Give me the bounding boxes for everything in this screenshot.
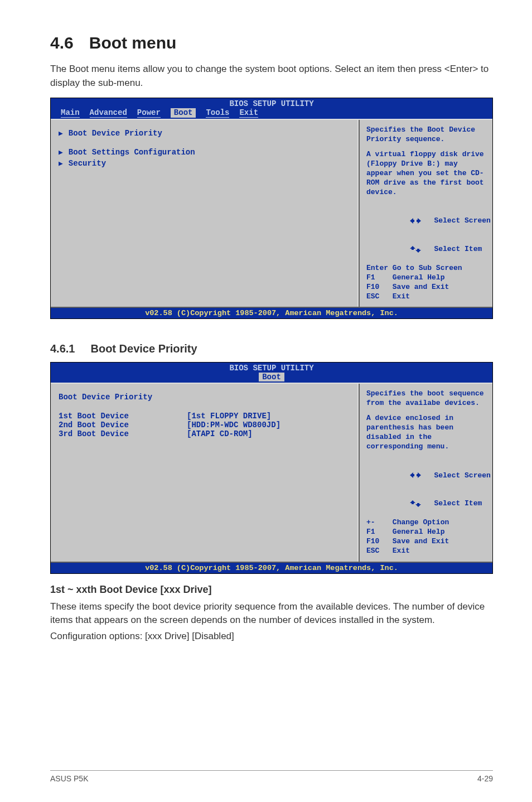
menu-item-label: Boot Settings Configuration [69,148,195,157]
key-select-item: Select Item [366,490,486,518]
key-select-item: Select Item [366,235,486,264]
bios-key-help: Select Screen Select Item Enter Go to Su… [366,207,486,302]
panel-heading: Boot Device Priority [59,393,350,402]
menu-item-boot-settings-config: ▶ Boot Settings Configuration [59,148,350,157]
option-heading: 1st ~ xxth Boot Device [xxx Drive] [50,584,493,596]
key-esc: ESC Exit [366,547,486,556]
key-label: +- [366,518,375,526]
arrows-left-right-icon [410,472,421,478]
key-label: Enter [366,264,388,272]
bios-screenshot-boot-device-priority: BIOS SETUP UTILITY Boot Boot Device Prio… [50,362,493,573]
key-label: ESC [366,547,379,555]
key-action: Select Item [434,499,482,508]
bios-tab-boot: Boot [259,373,284,381]
key-action: Save and Exit [393,283,449,291]
key-esc: ESC Exit [366,292,486,302]
footer-page-number: 4-29 [477,774,493,783]
help-paragraph: Specifies the boot sequence from the ava… [366,389,486,408]
key-action: Exit [393,547,410,555]
boot-device-row-3: 3rd Boot Device [ATAPI CD-ROM] [59,429,350,438]
key-f10: F10 Save and Exit [366,283,486,292]
bios-title: BIOS SETUP UTILITY [51,98,492,108]
boot-device-label: 3rd Boot Device [59,429,187,438]
boot-device-value: [ATAPI CD-ROM] [187,429,253,438]
help-paragraph: A virtual floppy disk drive (Floppy Driv… [366,150,486,197]
section-title: 4.6Boot menu [50,33,493,52]
key-label: ESC [366,292,379,301]
submenu-arrow-icon: ▶ [59,129,63,138]
bios-copyright-footer: v02.58 (C)Copyright 1985-2007, American … [51,563,492,573]
menu-item-security: ▶ Security [59,159,350,168]
bios-help-panel: Specifies the boot sequence from the ava… [359,384,492,561]
key-f1: F1 General Help [366,528,486,537]
key-action: General Help [393,528,445,536]
bios-tab-advanced: Advanced [90,108,127,118]
key-select-screen: Select Screen [366,462,486,490]
key-enter: Enter Go to Sub Screen [366,264,486,273]
bios-menu-bar: Boot [51,373,492,383]
bios-tab-boot: Boot [171,108,196,118]
bios-body: Boot Device Priority 1st Boot Device [1s… [51,383,492,562]
help-paragraph: A device enclosed in parenthesis has bee… [366,414,486,452]
menu-item-label: Boot Device Priority [69,129,162,138]
bios-body: ▶ Boot Device Priority ▶ Boot Settings C… [51,119,492,308]
menu-item-label: Security [69,159,106,168]
section-name: Boot menu [89,33,177,52]
help-paragraph: Specifies the Boot Device Priority seque… [366,125,486,144]
key-f1: F1 General Help [366,273,486,283]
bios-tab-main: Main [61,108,80,118]
submenu-arrow-icon: ▶ [59,148,63,157]
boot-device-value: [HDD:PM-WDC WD800JD] [187,421,280,429]
bios-help-panel: Specifies the Boot Device Priority seque… [359,120,492,307]
key-action: Select Screen [434,216,490,225]
key-action: Select Item [434,245,482,253]
key-plus-minus: +- Change Option [366,518,486,528]
subsection-name: Boot Device Priority [90,342,197,355]
key-action: Exit [393,292,410,301]
key-action: General Help [393,273,445,282]
bios-key-help: Select Screen Select Item +- Change Opti… [366,462,486,556]
menu-item-boot-device-priority: ▶ Boot Device Priority [59,129,350,138]
boot-device-row-2: 2nd Boot Device [HDD:PM-WDC WD800JD] [59,421,350,429]
section-number: 4.6 [50,33,74,52]
key-label: F10 [366,537,379,545]
option-description: These items specify the boot device prio… [50,600,493,627]
bios-menu-bar: Main Advanced Power Boot Tools Exit [51,108,492,119]
bios-tab-power: Power [137,108,161,118]
subsection-title: 4.6.1Boot Device Priority [50,342,493,355]
key-select-screen: Select Screen [366,207,486,236]
key-action: Go to Sub Screen [393,264,462,272]
boot-device-label: 2nd Boot Device [59,421,187,429]
arrows-up-down-icon [410,500,421,507]
bios-left-panel: ▶ Boot Device Priority ▶ Boot Settings C… [51,120,359,307]
bios-title: BIOS SETUP UTILITY [51,363,492,373]
key-label: F1 [366,273,375,282]
key-action: Save and Exit [393,537,449,545]
boot-device-row-1: 1st Boot Device [1st FLOPPY DRIVE] [59,412,350,421]
boot-device-value: [1st FLOPPY DRIVE] [187,412,271,421]
arrows-up-down-icon [410,246,421,253]
key-action: Change Option [393,518,449,526]
intro-paragraph: The Boot menu items allow you to change … [50,62,493,90]
submenu-arrow-icon: ▶ [59,159,63,168]
footer-product: ASUS P5K [50,774,88,783]
bios-screenshot-boot-menu: BIOS SETUP UTILITY Main Advanced Power B… [50,98,493,319]
configuration-options: Configuration options: [xxx Drive] [Disa… [50,630,493,644]
bios-tab-exit: Exit [239,108,258,118]
key-f10: F10 Save and Exit [366,537,486,547]
bios-tab-tools: Tools [206,108,229,118]
subsection-number: 4.6.1 [50,342,75,355]
bios-left-panel: Boot Device Priority 1st Boot Device [1s… [51,384,359,561]
boot-device-label: 1st Boot Device [59,412,187,421]
page-footer: ASUS P5K 4-29 [50,770,493,783]
key-label: F1 [366,528,375,536]
arrows-left-right-icon [410,218,421,224]
key-label: F10 [366,283,379,291]
bios-copyright-footer: v02.58 (C)Copyright 1985-2007, American … [51,308,492,318]
key-action: Select Screen [434,471,490,480]
